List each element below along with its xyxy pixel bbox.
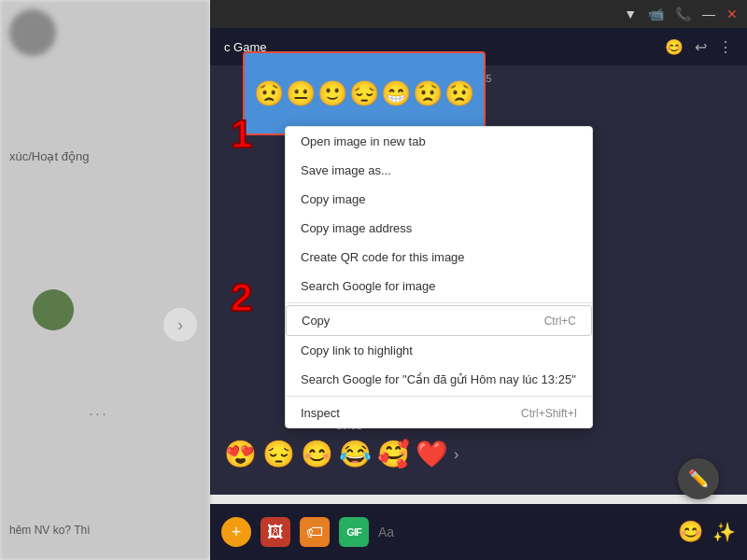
msg-emoji-2: 😔 — [262, 439, 295, 469]
emoji-3: 🙂 — [317, 81, 347, 105]
avatar-top — [9, 9, 56, 56]
ctx-save-image[interactable]: Save image as... — [286, 156, 592, 185]
react-icon[interactable]: 😊 — [665, 38, 684, 56]
step-label-2: 2 — [231, 275, 252, 320]
image-icon: 🖼 — [267, 523, 284, 542]
ctx-open-image[interactable]: Open image in new tab — [286, 127, 592, 156]
sidebar-emotion-label: xúc/Hoạt động — [9, 149, 89, 163]
bottom-toolbar: + 🖼 🏷 GIF 😊 ✨ — [210, 504, 747, 560]
ctx-search-google-text[interactable]: Search Google for "Cần đã gửi Hôm nay lú… — [286, 365, 592, 394]
sticker-icon: 🏷 — [306, 523, 323, 542]
video-icon[interactable]: 📹 — [648, 7, 664, 21]
gif-button[interactable]: GIF — [339, 517, 369, 547]
minimize-icon[interactable]: — — [702, 7, 715, 21]
context-menu: Open image in new tab Save image as... C… — [285, 126, 593, 428]
ctx-create-qr[interactable]: Create QR code for this image — [286, 243, 592, 272]
ctx-search-google-image[interactable]: Search Google for image — [286, 272, 592, 301]
image-button[interactable]: 🖼 — [261, 517, 290, 547]
msg-emoji-6: ❤️ — [416, 439, 448, 469]
emoji-4: 😔 — [349, 81, 379, 105]
ctx-copy-link[interactable]: Copy link to highlight — [286, 336, 592, 365]
emoji-2: 😐 — [286, 81, 316, 105]
reply-icon[interactable]: ↩ — [695, 38, 707, 56]
ctx-divider-1 — [286, 302, 592, 303]
emoji-5: 😁 — [381, 81, 411, 105]
emoji-6: 😟 — [413, 81, 443, 105]
ctx-copy-image-address[interactable]: Copy image address — [286, 214, 592, 243]
edit-icon: ✏️ — [688, 469, 709, 489]
chat-header-icons: 😊 ↩ ⋮ — [665, 38, 733, 56]
avatar-mid — [33, 289, 74, 330]
msg-emoji-4: 😂 — [339, 439, 372, 469]
top-bar: ▼ 📹 📞 — ✕ — [210, 0, 747, 28]
dropdown-icon[interactable]: ▼ — [624, 7, 637, 21]
ctx-divider-2 — [286, 396, 592, 397]
close-icon[interactable]: ✕ — [726, 7, 738, 21]
ctx-copy-image[interactable]: Copy image — [286, 185, 592, 214]
ctx-copy[interactable]: Copy Ctrl+C — [286, 305, 592, 336]
bottom-emoji-row: 😍 😔 😊 😂 🥰 ❤️ › — [224, 439, 458, 469]
ctx-inspect[interactable]: Inspect Ctrl+Shift+I — [286, 399, 592, 427]
emoji-1: 😟 — [254, 81, 284, 105]
msg-emoji-3: 😊 — [301, 439, 333, 469]
more-icon[interactable]: ⋮ — [718, 38, 733, 56]
emoji-chevron-icon[interactable]: › — [454, 446, 458, 463]
msg-emoji-1: 😍 — [224, 439, 257, 469]
step-label-1: 1 — [231, 112, 252, 157]
sparkle-button[interactable]: ✨ — [712, 521, 736, 543]
left-sidebar — [0, 0, 210, 560]
add-button[interactable]: + — [221, 517, 251, 547]
emoji-7: 😟 — [444, 81, 474, 105]
call-icon[interactable]: 📞 — [675, 7, 691, 21]
sidebar-arrow-btn[interactable]: › — [163, 308, 197, 342]
sticker-button[interactable]: 🏷 — [300, 517, 330, 547]
emoji-button[interactable]: 😊 — [678, 520, 703, 544]
msg-emoji-5: 🥰 — [377, 439, 410, 469]
message-input[interactable] — [378, 525, 669, 539]
emoji-preview-image: 😟 😐 🙂 😔 😁 😟 😟 — [243, 51, 486, 135]
sidebar-dots: ... — [89, 400, 108, 420]
float-edit-button[interactable]: ✏️ — [678, 458, 719, 499]
sidebar-bottom-text: hêm NV ko? Thì — [9, 524, 90, 537]
